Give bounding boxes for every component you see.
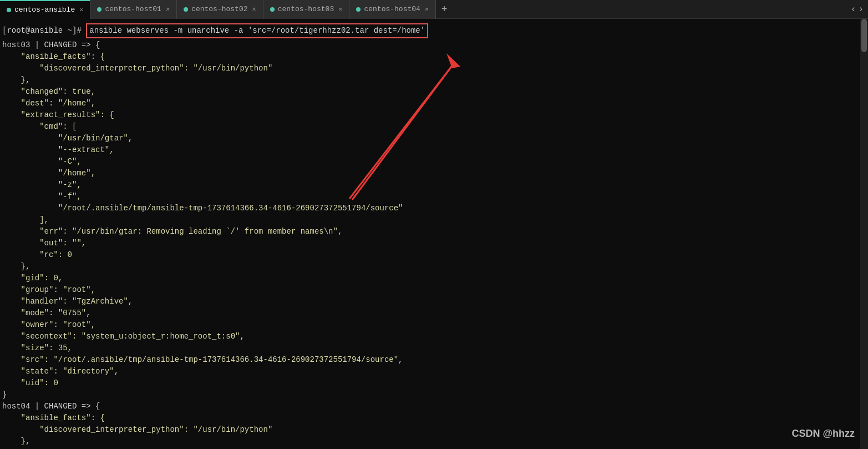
tab-close-2[interactable]: ✕: [166, 5, 170, 13]
tab-label-2: centos-host01: [105, 5, 161, 13]
output-line: "ansible_facts": {: [2, 412, 864, 424]
output-line: "owner": "root",: [2, 319, 864, 331]
tab-close-3[interactable]: ✕: [252, 5, 256, 13]
tab-label-4: centos-host03: [278, 5, 334, 13]
tab-centos-host01[interactable]: centos-host01 ✕: [90, 0, 177, 19]
terminal[interactable]: [root@ansible ~]# ansible webserves -m u…: [0, 19, 868, 449]
output-line: "/usr/bin/gtar",: [2, 133, 864, 144]
output-line: },: [2, 74, 864, 86]
output-line: "discovered_interpreter_python": "/usr/b…: [2, 63, 864, 74]
tab-dot-3: [184, 7, 188, 12]
output-line: host04 | CHANGED => {: [2, 401, 864, 412]
tab-close-5[interactable]: ✕: [425, 5, 429, 13]
tab-bar: centos-ansible ✕ centos-host01 ✕ centos-…: [0, 0, 868, 19]
output-line: "mode": "0755",: [2, 307, 864, 319]
tab-centos-ansible[interactable]: centos-ansible ✕: [0, 0, 90, 19]
prompt: [root@ansible ~]#: [2, 25, 86, 37]
output-line: "gid": 0,: [2, 273, 864, 284]
terminal-output: host03 | CHANGED => { "ansible_facts": {…: [2, 39, 864, 449]
output-line: }: [2, 389, 864, 401]
tab-navigation-arrows: ‹ ›: [851, 4, 868, 14]
output-line: "rc": 0: [2, 249, 864, 261]
output-line: "-z",: [2, 179, 864, 191]
output-line: "-C",: [2, 156, 864, 168]
output-line: ],: [2, 214, 864, 226]
output-line: "/home",: [2, 168, 864, 179]
tab-label-3: centos-host02: [191, 5, 247, 13]
tab-centos-host02[interactable]: centos-host02 ✕: [177, 0, 263, 19]
output-line: "dest": "/home",: [2, 98, 864, 109]
tab-label-1: centos-ansible: [14, 6, 75, 14]
output-line: "state": "directory",: [2, 366, 864, 377]
watermark: CSDN @hhzz: [791, 426, 855, 441]
command-box: ansible webserves -m unarchive -a 'src=/…: [86, 23, 428, 38]
tab-dot-2: [97, 7, 101, 12]
tab-centos-host04[interactable]: centos-host04 ✕: [349, 0, 436, 19]
output-line: "handler": "TgzArchive",: [2, 296, 864, 307]
output-line: "--extract",: [2, 144, 864, 156]
tab-dot-5: [356, 7, 361, 12]
tab-label-5: centos-host04: [364, 5, 420, 13]
output-line: },: [2, 261, 864, 273]
output-line: "err": "/usr/bin/gtar: Removing leading …: [2, 226, 864, 238]
output-line: "changed": true,: [2, 86, 864, 98]
output-line: },: [2, 436, 864, 447]
output-line: "cmd": [: [2, 121, 864, 133]
output-line: "ansible_facts": {: [2, 51, 864, 63]
output-line: "-f",: [2, 191, 864, 203]
output-line: "uid": 0: [2, 377, 864, 389]
tab-centos-host03[interactable]: centos-host03 ✕: [263, 0, 350, 19]
output-line: host03 | CHANGED => {: [2, 39, 864, 51]
new-tab-button[interactable]: +: [436, 0, 453, 19]
output-line: "out": "",: [2, 238, 864, 249]
output-line: "/root/.ansible/tmp/ansible-tmp-17376143…: [2, 203, 864, 214]
output-line: "discovered_interpreter_python": "/usr/b…: [2, 424, 864, 436]
output-line: "secontext": "system_u:object_r:home_roo…: [2, 331, 864, 342]
output-line: "src": "/root/.ansible/tmp/ansible-tmp-1…: [2, 354, 864, 366]
scrollbar-thumb[interactable]: [861, 19, 867, 52]
tab-prev-arrow[interactable]: ‹: [851, 4, 856, 14]
tab-dot-1: [7, 8, 11, 12]
tab-close-1[interactable]: ✕: [79, 6, 83, 14]
scrollbar[interactable]: [860, 19, 868, 449]
tab-dot-4: [270, 7, 275, 12]
command-line: [root@ansible ~]# ansible webserves -m u…: [2, 23, 864, 38]
tab-next-arrow[interactable]: ›: [858, 4, 864, 14]
output-line: "size": 35,: [2, 342, 864, 354]
output-line: "group": "root",: [2, 284, 864, 296]
tab-close-4[interactable]: ✕: [338, 5, 342, 13]
output-line: "extract_results": {: [2, 109, 864, 121]
